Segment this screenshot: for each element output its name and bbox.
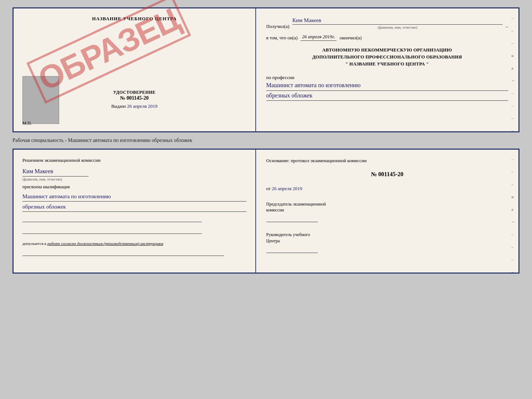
assigned-text: присвоена квалификация <box>22 184 247 190</box>
qual-section: Машинист автомата по изготовлению обрезн… <box>22 193 247 212</box>
vydano-row: Выдано 26 апреля 2019 <box>14 103 255 109</box>
допускается-label: допускается к <box>22 241 46 246</box>
blank-line-1 <box>22 216 202 222</box>
protocol-number: № 001145-20 <box>266 171 508 178</box>
blank-line-3 <box>22 250 224 256</box>
udostoverenie-block: УДОСТОВЕРЕНИЕ № 001145-20 Выдано 26 апре… <box>14 90 255 109</box>
cert-title: НАЗВАНИЕ УЧЕБНОГО ЦЕНТРА <box>92 16 177 22</box>
vtom-label: в том, что он(а) <box>266 35 298 41</box>
right-edge-lines: – – – и а ← – – – – <box>511 16 515 133</box>
poluchil-label: Получил(а) <box>266 24 290 29</box>
profession-value2: обрезных обложек <box>266 92 508 101</box>
org-line1: АВТОНОМНУЮ НЕКОММЕРЧЕСКУЮ ОРГАНИЗАЦИЮ <box>266 47 508 54</box>
cert-left: НАЗВАНИЕ УЧЕБНОГО ЦЕНТРА ОБРАЗЕЦ УДОСТОВ… <box>14 8 256 131</box>
profession-value1: Машинист автомата по изготовлению <box>266 81 508 90</box>
protocol-date-value: 26 апреля 2019 <box>272 186 302 191</box>
blank-line-2 <box>22 228 202 234</box>
director-block: Руководитель учебного Центра <box>266 232 508 254</box>
okonchil-label: окончил(а) <box>339 35 362 41</box>
допускается-block: допускается к работе согласно должностны… <box>22 241 247 246</box>
cert-right: Получил(а) Ким Макеев (фамилия, имя, отч… <box>256 8 518 131</box>
fio-sublabel-top: (фамилия, имя, отчество) <box>292 25 503 29</box>
director-label: Руководитель учебного Центра <box>266 232 508 244</box>
org-line3: " НАЗВАНИЕ УЧЕБНОГО ЦЕНТРА " <box>266 61 508 68</box>
qual-value1: Машинист автомата по изготовлению <box>22 193 247 202</box>
date-line-top: в том, что он(а) 26 апреля 2019г. окончи… <box>266 34 508 41</box>
certificate-bottom: Решением экзаменационной комиссии Ким Ма… <box>12 149 520 274</box>
profession-label: по профессии <box>266 75 508 81</box>
chairman-label: Председатель экзаменационной комиссии <box>266 201 508 214</box>
qual-value2: обрезных обложек <box>22 203 247 212</box>
profession-section: по профессии Машинист автомата по изгото… <box>266 73 508 101</box>
decision-name: Ким Макеев <box>22 168 247 175</box>
fio-sublabel-bottom: (фамилия, имя, отчество) <box>22 177 247 181</box>
doc-number-top: № 001145-20 <box>14 95 255 101</box>
org-line2: ДОПОЛНИТЕЛЬНОГО ПРОФЕССИОНАЛЬНОГО ОБРАЗО… <box>266 54 508 61</box>
mp-label: М.П. <box>22 121 32 126</box>
udostoverenie-label: УДОСТОВЕРЕНИЕ <box>14 90 255 95</box>
bottom-edge-lines: – – – и а ← – – – – <box>511 157 515 274</box>
vydano-date: 26 апреля 2019 <box>127 103 158 109</box>
chairman-sig-line <box>266 215 318 222</box>
date-value-top: 26 апреля 2019г. <box>301 34 337 41</box>
protocol-date: от 26 апреля 2019 <box>266 186 508 192</box>
vydano-label: Выдано <box>111 104 126 109</box>
protocol-date-prefix: от <box>266 186 271 191</box>
chairman-block: Председатель экзаменационной комиссии <box>266 201 508 224</box>
qual-right: Основание: протокол экзаменационной коми… <box>256 150 518 272</box>
org-block: АВТОНОМНУЮ НЕКОММЕРЧЕСКУЮ ОРГАНИЗАЦИЮ ДО… <box>266 47 508 67</box>
recipient-line: Получил(а) Ким Макеев (фамилия, имя, отч… <box>266 17 508 29</box>
osnование-label: Основание: протокол экзаменационной коми… <box>266 157 508 164</box>
certificate-top: НАЗВАНИЕ УЧЕБНОГО ЦЕНТРА ОБРАЗЕЦ УДОСТОВ… <box>12 7 520 132</box>
recipient-name: Ким Макеев <box>292 17 503 25</box>
director-sig-line <box>266 246 318 253</box>
допускается-value: работе согласно должностным (производств… <box>47 241 163 246</box>
decision-text: Решением экзаменационной комиссии <box>22 157 247 164</box>
qual-left: Решением экзаменационной комиссии Ким Ма… <box>14 150 256 272</box>
separator-label: Рабочая специальность - Машинист автомат… <box>12 137 520 144</box>
